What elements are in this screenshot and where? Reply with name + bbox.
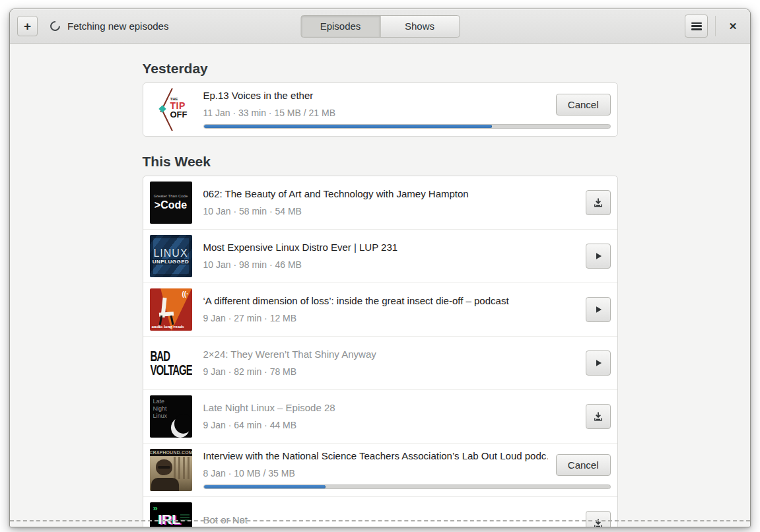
play-button[interactable] bbox=[586, 350, 611, 376]
play-icon bbox=[593, 304, 604, 315]
episode-row: LINUX UNPLUGGED Most Expensive Linux Dis… bbox=[143, 229, 617, 283]
cover-art-linux-unplugged: LINUX UNPLUGGED bbox=[150, 235, 192, 277]
episodes-content: Yesterday THE TIP OFF bbox=[143, 44, 618, 527]
this-week-card: Greater Than Code >Code 062: The Beauty … bbox=[143, 176, 618, 527]
download-icon bbox=[593, 518, 604, 527]
episode-title: Ep.13 Voices in the ether bbox=[203, 90, 548, 102]
episode-title: 2×24: They Weren’t That Shiny Anyway bbox=[203, 349, 578, 360]
download-progress-fill bbox=[204, 485, 326, 488]
cover-art-irl: » IRL bbox=[150, 502, 192, 527]
cancel-download-button[interactable]: Cancel bbox=[556, 94, 611, 116]
yesterday-card: THE TIP OFF Ep.13 Voices in the ether 11… bbox=[143, 83, 618, 137]
download-progress-bar bbox=[203, 484, 611, 489]
download-icon bbox=[593, 411, 604, 422]
episode-row: Late Night Linux Late Night Linux – Epis… bbox=[143, 389, 617, 443]
episode-row: » IRL Bot or Not bbox=[143, 496, 617, 527]
download-progress-fill bbox=[204, 125, 493, 128]
download-button[interactable] bbox=[586, 190, 611, 215]
episode-title: Interview with the National Science Teac… bbox=[203, 451, 548, 462]
add-podcast-button[interactable]: + bbox=[17, 16, 38, 36]
menu-button[interactable] bbox=[685, 15, 708, 38]
download-icon bbox=[593, 197, 604, 208]
play-icon bbox=[593, 251, 604, 261]
episode-title: 062: The Beauty of Art and Technology wi… bbox=[203, 189, 578, 200]
header-bar: + Fetching new episodes Episodes Shows ✕ bbox=[10, 9, 750, 44]
podcasts-app-window: + Fetching new episodes Episodes Shows ✕… bbox=[9, 9, 751, 527]
episode-meta: 8 Jan · 10 MB / 35 MB bbox=[203, 468, 548, 479]
cover-art-the-tip-off: THE TIP OFF bbox=[150, 88, 192, 131]
episode-title: Bot or Not bbox=[203, 515, 578, 526]
episodes-scroll-area[interactable]: Yesterday THE TIP OFF bbox=[10, 44, 750, 527]
episode-row: ((· audio long reads ‘A different dimens… bbox=[143, 283, 617, 336]
episode-title: ‘A different dimension of loss’: inside … bbox=[203, 296, 578, 307]
section-title-yesterday: Yesterday bbox=[143, 61, 618, 77]
cover-art-late-night-linux: Late Night Linux bbox=[150, 395, 192, 438]
close-window-button[interactable]: ✕ bbox=[723, 17, 743, 36]
cancel-download-button[interactable]: Cancel bbox=[556, 454, 611, 476]
download-button[interactable] bbox=[586, 404, 611, 429]
spinner-icon bbox=[48, 19, 62, 33]
tab-shows[interactable]: Shows bbox=[380, 15, 460, 38]
episode-row: BAD VOLTAGE 2×24: They Weren’t That Shin… bbox=[143, 336, 617, 389]
section-title-this-week: This Week bbox=[143, 154, 618, 170]
header-right-controls: ✕ bbox=[685, 15, 743, 38]
episode-meta: 9 Jan · 64 min · 44 MB bbox=[203, 420, 578, 430]
episode-meta: 9 Jan · 27 min · 12 MB bbox=[203, 313, 578, 323]
view-switcher: Episodes Shows bbox=[300, 15, 460, 38]
cover-art-audio-long-reads: ((· audio long reads bbox=[150, 288, 192, 331]
episode-title: Late Night Linux – Episode 28 bbox=[203, 403, 578, 414]
header-status-text: Fetching new episodes bbox=[67, 20, 168, 32]
cover-art-craphound: CRAPHOUND.COM bbox=[150, 449, 192, 491]
download-progress-bar bbox=[203, 124, 611, 129]
episode-row: THE TIP OFF Ep.13 Voices in the ether 11… bbox=[143, 83, 617, 136]
download-button[interactable] bbox=[586, 511, 611, 527]
episode-row: CRAPHOUND.COM Interview with the Nationa… bbox=[143, 443, 617, 496]
tab-episodes[interactable]: Episodes bbox=[300, 15, 380, 38]
episode-meta: 11 Jan · 33 min · 15 MB / 21 MB bbox=[203, 108, 548, 118]
cover-art-bad-voltage: BAD VOLTAGE bbox=[150, 342, 192, 384]
play-icon bbox=[593, 358, 604, 368]
play-button[interactable] bbox=[586, 297, 611, 322]
episode-meta: 9 Jan · 82 min · 78 MB bbox=[203, 366, 578, 377]
episode-row: Greater Than Code >Code 062: The Beauty … bbox=[143, 176, 617, 229]
cover-art-greater-than-code: Greater Than Code >Code bbox=[150, 182, 192, 224]
play-button[interactable] bbox=[586, 244, 611, 269]
hamburger-icon bbox=[691, 22, 702, 30]
header-separator bbox=[715, 16, 716, 36]
episode-meta: 10 Jan · 58 min · 54 MB bbox=[203, 206, 578, 216]
episode-meta: 10 Jan · 98 min · 46 MB bbox=[203, 259, 578, 270]
episode-title: Most Expensive Linux Distro Ever | LUP 2… bbox=[203, 242, 578, 253]
